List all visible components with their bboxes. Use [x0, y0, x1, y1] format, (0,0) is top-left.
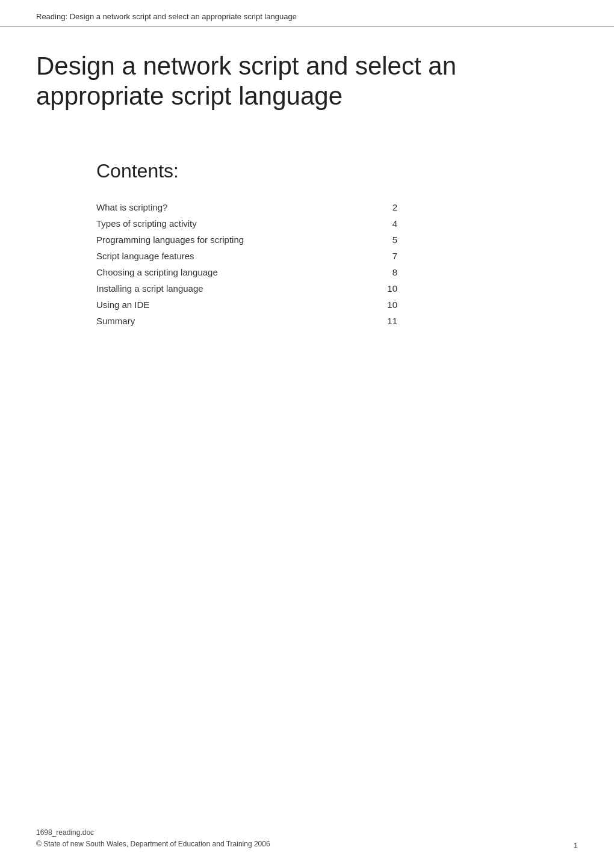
toc-row: Using an IDE10 [96, 297, 397, 313]
toc-table: What is scripting?2Types of scripting ac… [96, 199, 397, 329]
toc-item-label: Installing a script language [96, 280, 373, 297]
toc-item-label: Types of scripting activity [96, 215, 373, 232]
breadcrumb: Reading: Design a network script and sel… [36, 12, 297, 21]
toc-item-label: Choosing a scripting language [96, 264, 373, 280]
toc-item-label: What is scripting? [96, 199, 373, 215]
footer-copyright: © State of new South Wales, Department o… [36, 839, 270, 850]
toc-row: Choosing a scripting language8 [96, 264, 397, 280]
toc-item-page: 2 [373, 199, 397, 215]
footer-page-number: 1 [574, 841, 578, 850]
footer: 1698_reading.doc © State of new South Wa… [36, 827, 578, 850]
main-content: Design a network script and select an ap… [0, 27, 614, 329]
toc-item-page: 10 [373, 280, 397, 297]
toc-item-page: 11 [373, 313, 397, 329]
toc-item-label: Script language features [96, 248, 373, 264]
toc-row: Types of scripting activity4 [96, 215, 397, 232]
toc-item-page: 7 [373, 248, 397, 264]
toc-item-page: 4 [373, 215, 397, 232]
toc-row: Installing a script language10 [96, 280, 397, 297]
footer-left: 1698_reading.doc © State of new South Wa… [36, 827, 270, 850]
toc-item-page: 8 [373, 264, 397, 280]
toc-row: Summary11 [96, 313, 397, 329]
toc-item-label: Using an IDE [96, 297, 373, 313]
footer-filename: 1698_reading.doc [36, 827, 270, 839]
contents-heading: Contents: [96, 160, 578, 182]
toc-item-label: Programming languages for scripting [96, 232, 373, 248]
header-bar: Reading: Design a network script and sel… [0, 0, 614, 27]
contents-section: Contents: What is scripting?2Types of sc… [36, 160, 578, 329]
toc-row: Script language features7 [96, 248, 397, 264]
toc-item-page: 5 [373, 232, 397, 248]
toc-item-page: 10 [373, 297, 397, 313]
toc-item-label: Summary [96, 313, 373, 329]
toc-row: What is scripting?2 [96, 199, 397, 215]
toc-row: Programming languages for scripting5 [96, 232, 397, 248]
page: Reading: Design a network script and sel… [0, 0, 614, 868]
page-title: Design a network script and select an ap… [36, 45, 578, 112]
